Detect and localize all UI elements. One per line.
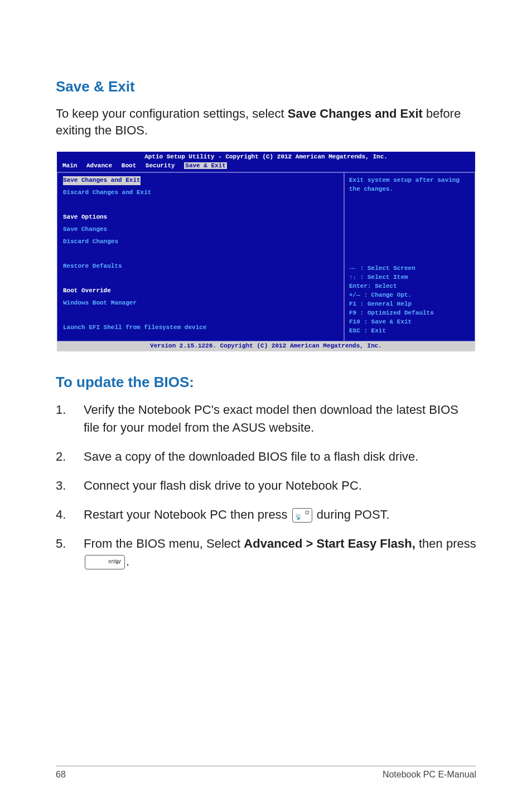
bios-right-panel: Exit system setup after saving the chang… xyxy=(344,172,475,341)
bios-screenshot: Aptio Setup Utility - Copyright (C) 2012… xyxy=(57,152,475,351)
step-5-pre: From the BIOS menu, Select xyxy=(84,537,244,550)
steps-list: Verify the Notebook PC's exact model the… xyxy=(56,401,476,570)
enter-glyph-icon: ↵ xyxy=(116,559,121,568)
bios-help-line: F1 : General Help xyxy=(349,300,470,309)
bios-item-heading: Save Options xyxy=(63,213,338,222)
bios-help-description: Exit system setup after saving the chang… xyxy=(349,176,470,194)
bios-item-blank xyxy=(63,250,338,259)
bios-header: Aptio Setup Utility - Copyright (C) 2012… xyxy=(57,152,475,162)
bios-tab-advance: Advance xyxy=(86,162,112,169)
bios-item-blank xyxy=(63,274,338,283)
bios-item: Discard Changes and Exit xyxy=(63,189,338,197)
footer-title: Notebook PC E-Manual xyxy=(383,770,476,780)
step-5-mid: then press xyxy=(415,537,476,550)
bios-item-selected: Save Changes and Exit xyxy=(63,176,141,185)
step-4-post: during POST. xyxy=(317,508,390,521)
bios-help-line: F9 : Optimized Defaults xyxy=(349,309,470,318)
bios-item: Restore Defaults xyxy=(63,262,338,271)
bios-tab-security: Security xyxy=(146,162,175,169)
intro-bold: Save Changes and Exit xyxy=(288,107,423,120)
f2-key-icon: f2 📡 xyxy=(292,508,312,523)
bios-help-line: →← : Select Screen xyxy=(349,264,470,273)
bios-help-keys: →← : Select Screen ↑↓ : Select Item Ente… xyxy=(349,264,470,336)
step-5-bold: Advanced > Start Easy Flash, xyxy=(244,537,415,550)
step-3: Connect your flash disk drive to your No… xyxy=(56,477,476,495)
bios-item: Launch EFI Shell from filesystem device xyxy=(63,323,338,332)
bios-help-line: ESC : Exit xyxy=(349,327,470,336)
step-4-pre: Restart your Notebook PC then press xyxy=(84,508,291,521)
heading-save-exit: Save & Exit xyxy=(56,78,476,95)
bios-footer: Version 2.15.1226. Copyright (C) 2012 Am… xyxy=(57,341,475,351)
step-4: Restart your Notebook PC then press f2 📡… xyxy=(56,506,476,524)
bios-tab-boot: Boot xyxy=(122,162,136,169)
bios-help-line: F10 : Save & Exit xyxy=(349,318,470,327)
wifi-icon: 📡 xyxy=(295,513,302,521)
bios-help-line: ↑↓ : Select Item xyxy=(349,273,470,282)
bios-item-blank xyxy=(63,201,338,210)
bios-help-line: +/— : Change Opt. xyxy=(349,291,470,300)
bios-item: Windows Boot Manager xyxy=(63,299,338,308)
f2-label: f2 xyxy=(305,509,309,516)
step-5: From the BIOS menu, Select Advanced > St… xyxy=(56,535,476,571)
bios-left-panel: Save Changes and Exit Discard Changes an… xyxy=(57,172,344,341)
bios-item-blank xyxy=(63,311,338,320)
bios-item: Discard Changes xyxy=(63,238,338,247)
page-footer: 68 Notebook PC E-Manual xyxy=(56,766,476,780)
step-1: Verify the Notebook PC's exact model the… xyxy=(56,401,476,437)
step-5-post: . xyxy=(126,554,129,568)
page-number: 68 xyxy=(56,770,66,780)
intro-pre: To keep your configuration settings, sel… xyxy=(56,107,288,120)
intro-paragraph: To keep your configuration settings, sel… xyxy=(56,105,476,138)
bios-tabs: Main Advance Boot Security Save & Exit xyxy=(57,162,475,172)
bios-help-line: Enter: Select xyxy=(349,282,470,291)
bios-tab-main: Main xyxy=(62,162,77,169)
heading-update-bios: To update the BIOS: xyxy=(56,374,476,391)
step-2: Save a copy of the downloaded BIOS file … xyxy=(56,448,476,466)
enter-key-icon: enter ↵ xyxy=(85,555,125,569)
bios-item: Save Changes xyxy=(63,225,338,234)
bios-tab-save-exit: Save & Exit xyxy=(184,162,227,169)
bios-item-heading: Boot Override xyxy=(63,287,338,296)
